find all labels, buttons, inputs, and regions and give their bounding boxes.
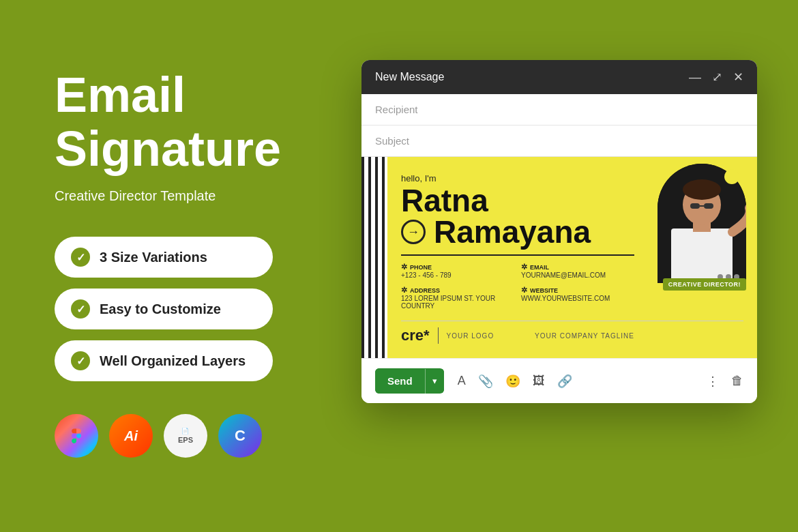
feature-label-3: Well Organized Layers <box>100 353 246 369</box>
format-text-icon[interactable]: A <box>458 374 466 388</box>
email-header-title: New Message <box>375 71 444 83</box>
minimize-button[interactable]: — <box>689 71 701 83</box>
sig-divider <box>401 254 634 256</box>
attach-icon[interactable]: 📎 <box>478 374 493 389</box>
left-panel: Email Signature Creative Director Templa… <box>55 68 341 458</box>
send-button[interactable]: Send <box>375 368 425 394</box>
illustrator-icon: Ai <box>109 414 153 458</box>
sig-website-value: WWW.YOURWEBSITE.COM <box>521 295 634 302</box>
email-header: New Message — ⤢ ✕ <box>361 60 757 94</box>
sig-footer: cre* YOUR LOGO YOUR COMPANY TAGLINE <box>401 321 743 344</box>
maximize-button[interactable]: ⤢ <box>712 71 722 83</box>
sig-contact-website: WEBSITE WWW.YOURWEBSITE.COM <box>521 286 634 310</box>
svg-rect-6 <box>704 203 713 209</box>
link-icon[interactable]: 🔗 <box>557 374 572 389</box>
sig-phone-value: +123 - 456 - 789 <box>401 271 514 279</box>
sig-name-line2: Ramayana <box>434 216 591 248</box>
sig-creative-badge: CREATIVE DIRECTOR! <box>663 278 746 291</box>
send-button-group[interactable]: Send ▾ <box>375 368 444 394</box>
sig-phone-label: PHONE <box>401 263 514 271</box>
recipient-field[interactable]: Recipient <box>361 94 757 125</box>
feature-item-2: Easy to Customize <box>55 289 273 329</box>
feature-item-1: 3 Size Variations <box>55 237 273 278</box>
svg-point-4 <box>683 179 721 200</box>
subtitle: Creative Director Template <box>55 188 341 204</box>
sig-website-label: WEBSITE <box>521 286 634 295</box>
sig-logo-text: YOUR LOGO <box>447 332 494 340</box>
sig-arrow: → <box>401 220 426 244</box>
subject-field[interactable]: Subject <box>361 125 757 157</box>
canva-icon: C <box>218 414 262 458</box>
image-icon[interactable]: 🖼 <box>533 374 545 388</box>
sig-email-value: YOURNAME@EMAIL.COM <box>521 271 634 279</box>
sig-photo-area: CREATIVE DIRECTOR! <box>645 164 746 300</box>
sig-stripes <box>361 157 387 358</box>
sig-address-value: 123 LOREM IPSUM ST. YOUR COUNTRY <box>401 295 514 310</box>
eps-icon: 📄 EPS <box>164 414 207 458</box>
sig-contact-phone: PHONE +123 - 456 - 789 <box>401 263 514 279</box>
toolbar-right: ⋮ 🗑 <box>707 374 743 389</box>
check-icon-2 <box>71 299 90 319</box>
emoji-icon[interactable]: 🙂 <box>505 374 520 389</box>
sig-content: CREATIVE DIRECTOR! hello, I'm Ratna → Ra… <box>387 157 757 358</box>
sig-email-label: EMAIL <box>521 263 634 271</box>
email-client: New Message — ⤢ ✕ Recipient Subject <box>361 60 757 403</box>
delete-icon[interactable]: 🗑 <box>731 374 743 388</box>
main-title: Email Signature <box>55 68 341 176</box>
more-options-icon[interactable]: ⋮ <box>707 374 719 389</box>
sig-logo-divider <box>438 327 439 344</box>
sig-tagline: YOUR COMPANY TAGLINE <box>535 332 634 340</box>
toolbar-icons: A 📎 🙂 🖼 🔗 <box>458 374 693 389</box>
sig-contact-email: EMAIL YOURNAME@EMAIL.COM <box>521 263 634 279</box>
sig-photo-circle <box>724 169 739 184</box>
feature-item-3: Well Organized Layers <box>55 340 273 381</box>
sig-contact-address: ADDRESS 123 LOREM IPSUM ST. YOUR COUNTRY <box>401 286 514 310</box>
email-toolbar: Send ▾ A 📎 🙂 🖼 🔗 ⋮ 🗑 <box>361 358 757 403</box>
feature-label-2: Easy to Customize <box>100 301 221 317</box>
sig-logo: cre* <box>401 327 430 344</box>
check-icon-1 <box>71 248 90 267</box>
feature-list: 3 Size Variations Easy to Customize Well… <box>55 237 341 381</box>
window-controls: — ⤢ ✕ <box>689 71 743 83</box>
close-button[interactable]: ✕ <box>733 71 743 83</box>
sig-address-label: ADDRESS <box>401 286 514 295</box>
check-icon-3 <box>71 351 90 370</box>
send-dropdown-button[interactable]: ▾ <box>426 369 444 393</box>
figma-icon <box>55 414 98 458</box>
feature-label-1: 3 Size Variations <box>100 250 207 265</box>
tool-icons: Ai 📄 EPS C <box>55 414 341 458</box>
svg-rect-5 <box>690 203 700 209</box>
signature-area: CREATIVE DIRECTOR! hello, I'm Ratna → Ra… <box>361 157 757 358</box>
